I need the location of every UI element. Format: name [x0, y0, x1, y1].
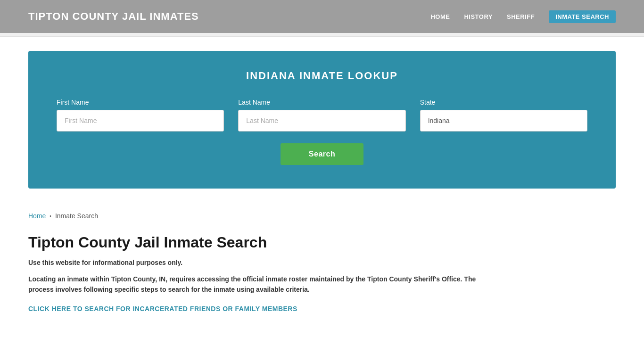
disclaimer-text: Use this website for informational purpo… [28, 259, 616, 266]
cta-link[interactable]: CLICK HERE to Search for Incarcerated Fr… [28, 305, 297, 313]
state-label: State [420, 99, 587, 106]
last-name-label: Last Name [238, 99, 405, 106]
nav-history[interactable]: HISTORY [464, 13, 493, 20]
nav-home[interactable]: HOME [430, 13, 450, 20]
widget-title: INDIANA INMATE LOOKUP [57, 70, 587, 82]
breadcrumb-current: Inmate Search [55, 212, 98, 220]
main-nav: HOME HISTORY SHERIFF INMATE SEARCH [430, 10, 616, 23]
search-btn-wrapper: Search [57, 143, 587, 165]
site-title: TIPTON COUNTY JAIL INMATES [28, 10, 199, 23]
first-name-label: First Name [57, 99, 224, 106]
page-title: Tipton County Jail Inmate Search [28, 234, 616, 251]
main-content: Tipton County Jail Inmate Search Use thi… [0, 224, 644, 332]
search-button[interactable]: Search [281, 143, 363, 165]
breadcrumb-home-link[interactable]: Home [28, 212, 46, 220]
description-text: Locating an inmate within Tipton County,… [28, 274, 500, 295]
first-name-input[interactable] [57, 110, 224, 132]
breadcrumb: Home • Inmate Search [0, 203, 644, 224]
nav-sheriff[interactable]: SHERIFF [507, 13, 535, 20]
last-name-field: Last Name [238, 99, 405, 132]
last-name-input[interactable] [238, 110, 405, 132]
first-name-field: First Name [57, 99, 224, 132]
breadcrumb-separator: • [50, 214, 51, 219]
nav-inmate-search[interactable]: INMATE SEARCH [549, 10, 616, 23]
state-input[interactable] [420, 110, 587, 132]
inmate-lookup-widget: INDIANA INMATE LOOKUP First Name Last Na… [28, 51, 616, 189]
form-row: First Name Last Name State [57, 99, 587, 132]
state-field: State [420, 99, 587, 132]
header-bottom-bar [0, 33, 644, 37]
site-header: TIPTON COUNTY JAIL INMATES HOME HISTORY … [0, 0, 644, 33]
